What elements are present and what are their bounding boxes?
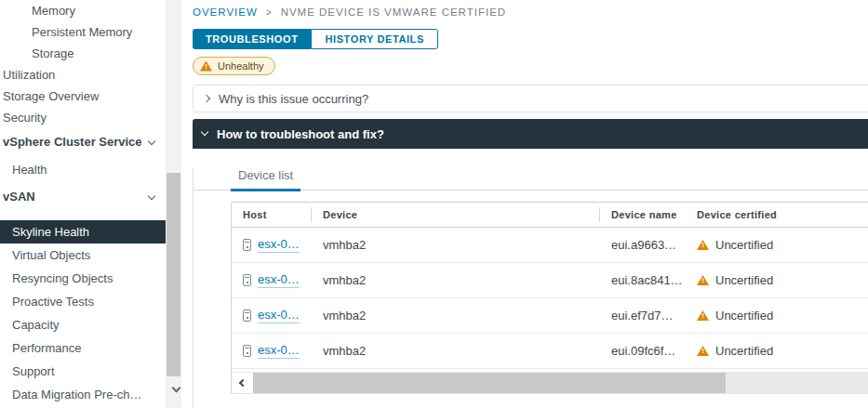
scroll-left-button[interactable] <box>232 373 253 393</box>
device-name-cell: eui.8ac841… <box>600 273 686 287</box>
accordion-why-label: Why is this issue occurring? <box>219 92 368 106</box>
breadcrumb-overview-link[interactable]: OVERVIEW <box>193 7 258 18</box>
host-icon <box>243 239 251 251</box>
horizontal-scrollbar-track[interactable] <box>726 373 868 393</box>
device-table: Host Device Device name Device certified… <box>231 202 868 394</box>
sidebar-item-virtual-objects[interactable]: Virtual Objects <box>0 243 166 267</box>
device-name-cell: eui.a9663… <box>600 238 686 252</box>
host-cell: esx-0… <box>232 343 312 359</box>
table-row: esx-0… vmhba2 eui.ef7d7… Uncertified <box>232 298 868 334</box>
warning-triangle-icon <box>697 310 709 321</box>
sidebar-item-label: vSphere Cluster Service <box>3 135 142 149</box>
sidebar-scroll-more-button[interactable] <box>170 384 181 395</box>
warning-triangle-icon <box>200 61 212 72</box>
device-name-cell: eui.09fc6f… <box>600 344 686 358</box>
sidebar-item-support[interactable]: Support <box>0 360 166 383</box>
breadcrumb-current-page: NVME DEVICE IS VMWARE CERTIFIED <box>281 7 507 18</box>
host-cell: esx-0… <box>232 237 312 253</box>
status-badge-label: Unhealthy <box>218 60 264 72</box>
sidebar-item-capacity[interactable]: Capacity <box>0 313 166 336</box>
sidebar-item-persistent-memory[interactable]: Persistent Memory <box>0 21 166 43</box>
breadcrumb-separator-icon: > <box>266 7 273 18</box>
host-icon <box>243 274 251 286</box>
table-row: esx-0… vmhba2 eui.8ac841… Uncertified <box>232 263 868 298</box>
breadcrumb: OVERVIEW > NVME DEVICE IS VMWARE CERTIFI… <box>193 7 868 18</box>
chevron-left-icon <box>238 379 246 387</box>
sidebar-item-performance[interactable]: Performance <box>0 336 166 360</box>
sidebar-item-skyline-health[interactable]: Skyline Health <box>0 220 166 243</box>
sidebar-scrollbar-track[interactable] <box>166 0 181 408</box>
column-header-device-certified: Device certified <box>686 203 868 227</box>
horizontal-scrollbar-thumb[interactable] <box>253 373 726 393</box>
table-bottom-border <box>232 393 868 394</box>
sidebar-item-memory[interactable]: Memory <box>0 0 166 21</box>
host-link[interactable]: esx-0… <box>258 272 300 288</box>
column-header-device-name: Device name <box>600 203 686 227</box>
sidebar-scrollbar-thumb[interactable] <box>167 173 180 376</box>
chevron-right-icon <box>203 95 210 102</box>
chevron-down-icon <box>148 192 155 200</box>
device-certified-cell: Uncertified <box>686 309 868 322</box>
accordion-how-label: How to troubleshoot and fix? <box>217 127 384 141</box>
sidebar-item-label: vSAN <box>3 190 35 204</box>
table-row: esx-0… vmhba2 eui.a9663… Uncertified <box>232 228 868 263</box>
host-link[interactable]: esx-0… <box>258 308 300 323</box>
sidebar-nav: Memory Persistent Memory Storage Utiliza… <box>0 0 166 408</box>
host-cell: esx-0… <box>232 272 312 288</box>
accordion-how-to-troubleshoot[interactable]: How to troubleshoot and fix? <box>193 119 868 149</box>
chevron-down-icon <box>171 384 180 393</box>
tab-group: TROUBLESHOOT HISTORY DETAILS <box>193 29 868 49</box>
device-table-header: Host Device Device name Device certified <box>232 202 868 228</box>
table-row: esx-0… vmhba2 eui.09fc6f… Uncertified <box>232 334 868 369</box>
device-cell: vmhba2 <box>312 309 600 322</box>
table-horizontal-scrollbar[interactable] <box>232 372 868 393</box>
tab-history-details[interactable]: HISTORY DETAILS <box>311 29 437 49</box>
sidebar-item-storage[interactable]: Storage <box>0 43 166 64</box>
chevron-down-icon <box>148 138 155 145</box>
host-link[interactable]: esx-0… <box>258 343 300 359</box>
certified-status-text: Uncertified <box>715 309 773 322</box>
sidebar-item-vsan[interactable]: vSAN <box>0 186 166 207</box>
device-cell: vmhba2 <box>312 344 600 358</box>
certified-status-text: Uncertified <box>715 344 773 358</box>
main-content: OVERVIEW > NVME DEVICE IS VMWARE CERTIFI… <box>193 0 868 408</box>
warning-triangle-icon <box>697 346 709 356</box>
troubleshoot-panel-body: Device list Host Device Device name Devi… <box>193 168 868 408</box>
sidebar-item-data-migration-pre-check[interactable]: Data Migration Pre-ch… <box>0 383 166 406</box>
sidebar-item-utilization[interactable]: Utilization <box>0 64 166 86</box>
chevron-down-icon <box>201 128 208 136</box>
device-certified-cell: Uncertified <box>686 344 868 358</box>
device-cell: vmhba2 <box>312 238 600 252</box>
device-certified-cell: Uncertified <box>686 273 868 287</box>
device-list-tab-bar: Device list <box>194 168 868 191</box>
sidebar-item-resyncing-objects[interactable]: Resyncing Objects <box>0 267 166 290</box>
sidebar-item-vsphere-cluster-service[interactable]: vSphere Cluster Service <box>0 131 166 152</box>
host-icon <box>243 345 251 357</box>
status-badge: Unhealthy <box>193 57 275 75</box>
certified-status-text: Uncertified <box>715 273 773 287</box>
sidebar-item-proactive-tests[interactable]: Proactive Tests <box>0 290 166 313</box>
device-cell: vmhba2 <box>312 273 600 287</box>
tab-troubleshoot[interactable]: TROUBLESHOOT <box>193 29 311 49</box>
sidebar-item-storage-overview[interactable]: Storage Overview <box>0 86 166 107</box>
device-name-cell: eui.ef7d7… <box>600 309 686 322</box>
warning-triangle-icon <box>697 240 709 250</box>
tab-device-list[interactable]: Device list <box>231 168 300 191</box>
host-icon <box>243 309 251 322</box>
sidebar-item-health[interactable]: Health <box>0 159 166 180</box>
sidebar-item-security[interactable]: Security <box>0 107 166 128</box>
column-header-device: Device <box>312 203 600 227</box>
certified-status-text: Uncertified <box>715 238 773 252</box>
column-header-host: Host <box>232 203 312 227</box>
accordion-why-issue-occurring[interactable]: Why is this issue occurring? <box>193 85 868 112</box>
host-cell: esx-0… <box>232 308 312 323</box>
warning-triangle-icon <box>697 275 709 285</box>
host-link[interactable]: esx-0… <box>258 237 300 253</box>
device-certified-cell: Uncertified <box>686 238 868 252</box>
